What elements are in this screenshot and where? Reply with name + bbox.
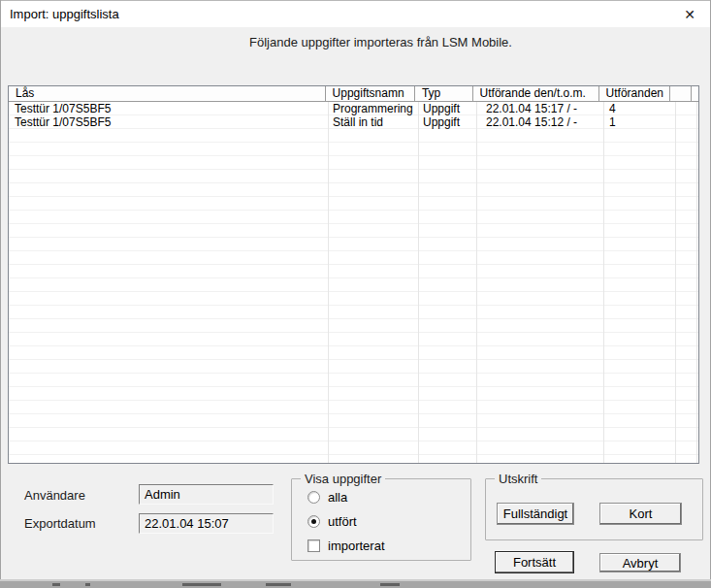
checkbox-importerat[interactable]: importerat [307,539,385,553]
checkbox-icon[interactable] [307,539,320,552]
titlebar: Import: uppgiftslista ✕ [1,1,710,27]
column-header-typ[interactable]: Typ [415,86,473,101]
cell-typ: Uppgift [423,102,460,115]
column-header-utforande[interactable]: Utförande den/t.o.m. [473,86,599,101]
avbryt-button[interactable]: Avbryt [599,553,681,572]
cell-uppgiftsnamn: Ställ in tid [333,115,383,129]
cell-utforande: 22.01.04 15:17 / - [486,102,577,115]
radio-alla[interactable]: alla [307,490,347,505]
visa-uppgifter-group: Visa uppgifter alla utfört importerat [291,478,471,561]
cell-utforanden: 4 [609,102,616,115]
utskrift-title: Utskrift [495,472,541,486]
column-header-uppgiftsnamn[interactable]: Uppgiftsnamn [326,86,415,101]
cell-typ: Uppgift [423,115,460,129]
column-header-blank[interactable] [670,86,692,101]
export-date-label: Exportdatum [24,516,96,531]
column-gridline [603,102,604,463]
fortsatt-button[interactable]: Fortsätt [495,551,574,573]
column-gridline [476,102,477,463]
task-list: Lås Uppgiftsnamn Typ Utförande den/t.o.m… [8,85,699,464]
table-row[interactable]: Testtür 1/07S5BF5 Programmering Uppgift … [9,102,698,115]
radio-alla-label: alla [328,490,347,505]
radio-checked-icon[interactable] [307,515,320,528]
kort-button[interactable]: Kort [599,503,682,525]
checkbox-importerat-label: importerat [328,539,385,553]
column-gridline [328,102,329,463]
column-gridline [675,102,676,463]
background-window-edge [0,579,711,588]
cell-uppgiftsnamn: Programmering [333,102,413,115]
table-row[interactable]: Testtür 1/07S5BF5 Ställ in tid Uppgift 2… [9,115,698,129]
radio-icon[interactable] [307,491,320,504]
table-header: Lås Uppgiftsnamn Typ Utförande den/t.o.m… [9,86,698,102]
cell-las: Testtür 1/07S5BF5 [15,102,111,115]
info-message: Följande uppgifter importeras från LSM M… [249,35,512,49]
window-title: Import: uppgiftslista [10,1,119,27]
column-header-filler [692,86,698,101]
export-date-field: 22.01.04 15:07 [139,513,274,534]
cell-utforande: 22.01.04 15:12 / - [486,115,577,129]
radio-utfort-label: utfört [328,514,357,529]
cell-utforanden: 1 [609,115,616,129]
column-header-utforanden[interactable]: Utföranden [599,86,671,101]
column-header-las[interactable]: Lås [9,86,326,101]
import-dialog: Import: uppgiftslista ✕ Följande uppgift… [0,0,711,588]
column-gridline [418,102,419,463]
close-icon[interactable]: ✕ [673,1,706,27]
radio-utfort[interactable]: utfört [307,514,357,529]
column-gridline [696,102,697,463]
table-body: Testtür 1/07S5BF5 Programmering Uppgift … [9,102,698,463]
cell-las: Testtür 1/07S5BF5 [15,115,111,129]
visa-uppgifter-title: Visa uppgifter [301,472,385,486]
user-label: Användare [24,488,85,503]
fullstandigt-button[interactable]: Fullständigt [497,503,574,525]
user-field: Admin [139,484,274,505]
